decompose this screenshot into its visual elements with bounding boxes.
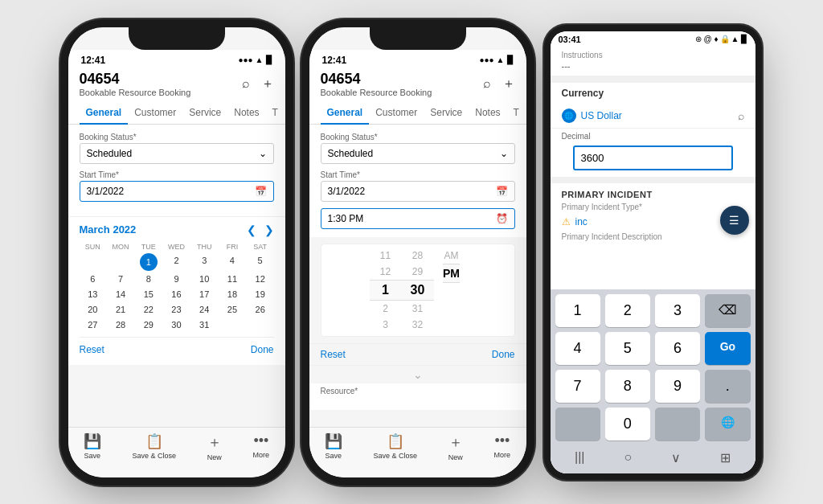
cal-day-6[interactable]: 6 [80, 272, 107, 286]
time-done-btn[interactable]: Done [492, 349, 515, 360]
num-key-8[interactable]: 8 [605, 370, 650, 403]
num-key-emoji[interactable]: 🌐 [705, 408, 750, 440]
tab-service-1[interactable]: Service [182, 102, 227, 125]
tab-notes-2[interactable]: Notes [469, 102, 506, 125]
cal-day-4[interactable]: 4 [219, 253, 246, 271]
cal-day-24[interactable]: 24 [190, 302, 218, 317]
fab-button[interactable]: ☰ [720, 206, 749, 235]
tab-customer-1[interactable]: Customer [128, 102, 182, 125]
incident-desc-label: Primary Incident Description [551, 232, 755, 243]
tab-notes-1[interactable]: Notes [227, 102, 265, 125]
start-time-field[interactable]: 3/1/2022 📅 [80, 181, 274, 202]
toolbar-new-2[interactable]: ＋ New [448, 432, 463, 461]
tab-general-1[interactable]: General [80, 102, 129, 125]
cal-day-1[interactable]: 1 [140, 253, 158, 271]
num-key-1[interactable]: 1 [555, 294, 600, 327]
cal-day-8[interactable]: 8 [135, 272, 162, 286]
search-icon-1[interactable]: ⌕ [242, 76, 250, 91]
booking-status-field-2[interactable]: Scheduled ⌄ [321, 143, 515, 164]
time-field[interactable]: 1:30 PM ⏰ [321, 208, 515, 229]
toolbar-save-close-1[interactable]: 📋 Save & Close [133, 432, 177, 461]
cal-done-btn[interactable]: Done [251, 344, 274, 355]
currency-search-icon[interactable]: ⌕ [738, 109, 744, 122]
cal-day-17[interactable]: 17 [190, 287, 218, 301]
num-key-3[interactable]: 3 [655, 294, 700, 327]
cal-day-25[interactable]: 25 [219, 302, 246, 317]
time-reset-btn[interactable]: Reset [321, 349, 346, 360]
toolbar-save-2[interactable]: 💾 Save [325, 432, 342, 461]
cal-day-16[interactable]: 16 [163, 287, 190, 301]
cal-day-3[interactable]: 3 [190, 253, 218, 271]
toolbar-more-1[interactable]: ••• More [253, 432, 270, 461]
time-picker-2[interactable]: 11 12 1 2 3 28 29 30 31 32 [321, 244, 515, 337]
num-key-go[interactable]: Go [705, 332, 750, 365]
tab-customer-2[interactable]: Customer [369, 102, 424, 125]
currency-globe-icon: 🌐 [562, 109, 576, 123]
add-icon-2[interactable]: ＋ [502, 76, 515, 92]
tab-service-2[interactable]: Service [424, 102, 469, 125]
cal-day-12[interactable]: 12 [247, 272, 274, 286]
min-29: 29 [402, 264, 434, 280]
cal-day-27[interactable]: 27 [80, 318, 107, 332]
num-key-7[interactable]: 7 [555, 370, 600, 403]
cal-day-19[interactable]: 19 [247, 287, 274, 301]
tab-more-1[interactable]: T [266, 102, 285, 125]
nav-back-icon[interactable]: ∨ [671, 450, 681, 465]
cal-day-21[interactable]: 21 [107, 302, 134, 317]
cal-day-15[interactable]: 15 [135, 287, 162, 301]
decimal-input[interactable]: 3600 [573, 145, 733, 170]
num-key-dot[interactable]: . [705, 370, 750, 403]
booking-status-field[interactable]: Scheduled ⌄ [80, 143, 274, 164]
num-key-delete[interactable]: ⌫ [705, 294, 750, 327]
toolbar-save-1[interactable]: 💾 Save [84, 432, 101, 461]
cal-day-22[interactable]: 22 [135, 302, 162, 317]
nav-lines-icon[interactable]: ||| [575, 450, 584, 465]
cal-day-31[interactable]: 31 [190, 318, 218, 332]
ampm-col: AM PM [437, 248, 466, 333]
num-key-9[interactable]: 9 [655, 370, 700, 403]
numpad: 1 2 3 ⌫ 4 5 6 Go 7 8 9 . 0 🌐 ||| ○ [551, 289, 755, 473]
cal-day-2[interactable]: 2 [163, 253, 190, 271]
cal-day-5[interactable]: 5 [247, 253, 274, 271]
cal-day-10[interactable]: 10 [190, 272, 218, 286]
toolbar-save-close-2[interactable]: 📋 Save & Close [374, 432, 418, 461]
start-time-label-2: Start Time* [321, 170, 515, 179]
cal-day-7[interactable]: 7 [107, 272, 134, 286]
cal-day-11[interactable]: 11 [219, 272, 246, 286]
num-key-5[interactable]: 5 [605, 332, 650, 365]
cal-day-29[interactable]: 29 [135, 318, 162, 332]
add-icon-1[interactable]: ＋ [261, 76, 274, 92]
cal-day-9[interactable]: 9 [163, 272, 190, 286]
signal-icon-2: ●●● [479, 55, 493, 64]
nav-recent-icon[interactable]: ⊞ [720, 450, 731, 465]
form-area-2: Booking Status* Scheduled ⌄ Start Time* … [309, 125, 526, 237]
cal-day-18[interactable]: 18 [219, 287, 246, 301]
record-id-1: 04654 [80, 71, 191, 88]
currency-row[interactable]: 🌐 US Dollar ⌕ [551, 104, 755, 129]
tab-general-2[interactable]: General [321, 102, 370, 125]
toolbar-new-1[interactable]: ＋ New [207, 432, 222, 461]
cal-next[interactable]: ❯ [264, 223, 274, 236]
android-status-icons: ⊛ @ ♦ 🔒 ▲ ▉ [695, 35, 747, 43]
new-icon: ＋ [207, 432, 222, 452]
cal-day-23[interactable]: 23 [163, 302, 190, 317]
num-key-2[interactable]: 2 [605, 294, 650, 327]
cal-day-30[interactable]: 30 [163, 318, 190, 332]
num-key-6[interactable]: 6 [655, 332, 700, 365]
num-key-0[interactable]: 0 [605, 408, 650, 440]
toolbar-more-2[interactable]: ••• More [494, 432, 511, 461]
cal-day-14[interactable]: 14 [107, 287, 134, 301]
booking-status-group-2: Booking Status* Scheduled ⌄ [321, 133, 515, 164]
nav-home-icon[interactable]: ○ [624, 450, 632, 465]
cal-reset-btn[interactable]: Reset [80, 344, 104, 355]
cal-day-20[interactable]: 20 [80, 302, 107, 317]
cal-day-28[interactable]: 28 [107, 318, 134, 332]
instructions-section: Instructions --- [551, 46, 755, 76]
tab-more-2[interactable]: T [507, 102, 526, 125]
cal-day-13[interactable]: 13 [80, 287, 107, 301]
search-icon-2[interactable]: ⌕ [483, 76, 491, 91]
num-key-4[interactable]: 4 [555, 332, 600, 365]
start-date-field-2[interactable]: 3/1/2022 📅 [321, 181, 515, 202]
cal-day-26[interactable]: 26 [247, 302, 274, 317]
cal-prev[interactable]: ❮ [247, 223, 256, 236]
